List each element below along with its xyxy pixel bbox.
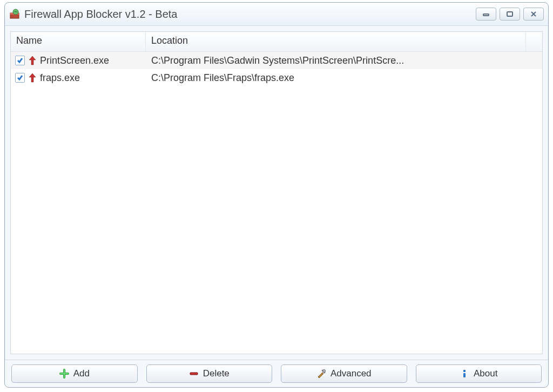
svg-point-6 — [322, 370, 325, 373]
window-controls — [476, 8, 544, 21]
about-label: About — [474, 368, 497, 379]
advanced-label: Advanced — [331, 368, 372, 379]
add-button[interactable]: Add — [11, 364, 138, 383]
svg-rect-4 — [507, 12, 512, 16]
delete-label: Delete — [203, 368, 230, 379]
arrow-up-icon — [28, 55, 37, 66]
cell-name: fraps.exe — [11, 72, 146, 84]
column-header-location[interactable]: Location — [146, 32, 526, 51]
row-name: PrintScreen.exe — [40, 55, 109, 66]
table-row[interactable]: PrintScreen.exeC:\Program Files\Gadwin S… — [11, 52, 542, 69]
row-name: fraps.exe — [40, 72, 80, 84]
column-header-spacer — [526, 32, 542, 51]
row-location: C:\Program Files\Gadwin Systems\PrintScr… — [146, 55, 542, 66]
app-icon — [9, 9, 20, 19]
add-label: Add — [73, 368, 90, 379]
svg-rect-3 — [483, 14, 489, 16]
row-location: C:\Program Files\Fraps\fraps.exe — [146, 72, 542, 84]
minus-icon — [189, 369, 199, 379]
info-icon — [460, 369, 469, 379]
svg-rect-8 — [463, 373, 466, 377]
close-button[interactable] — [523, 8, 544, 21]
column-header-name[interactable]: Name — [11, 32, 146, 51]
plus-icon — [59, 369, 69, 379]
list-panel: Name Location PrintScreen.exeC:\Program … — [10, 31, 543, 354]
arrow-up-icon — [28, 72, 37, 83]
minimize-button[interactable] — [476, 8, 496, 21]
svg-rect-7 — [463, 370, 466, 372]
titlebar[interactable]: Firewall App Blocker v1.2 - Beta — [5, 3, 548, 26]
cell-name: PrintScreen.exe — [11, 55, 146, 66]
checkbox[interactable] — [15, 56, 25, 65]
delete-button[interactable]: Delete — [146, 364, 273, 383]
advanced-button[interactable]: Advanced — [281, 364, 407, 383]
maximize-button[interactable] — [500, 8, 520, 21]
list-header: Name Location — [11, 32, 542, 52]
list-body[interactable]: PrintScreen.exeC:\Program Files\Gadwin S… — [11, 52, 542, 354]
about-button[interactable]: About — [416, 364, 542, 383]
button-bar: Add Delete Advanced — [5, 360, 548, 387]
checkbox[interactable] — [15, 73, 25, 83]
window-title: Firewall App Blocker v1.2 - Beta — [24, 8, 476, 21]
app-window: Firewall App Blocker v1.2 - Beta Name Lo… — [4, 2, 549, 388]
table-row[interactable]: fraps.exeC:\Program Files\Fraps\fraps.ex… — [11, 69, 542, 86]
tools-icon — [316, 369, 326, 379]
svg-rect-5 — [190, 373, 198, 375]
